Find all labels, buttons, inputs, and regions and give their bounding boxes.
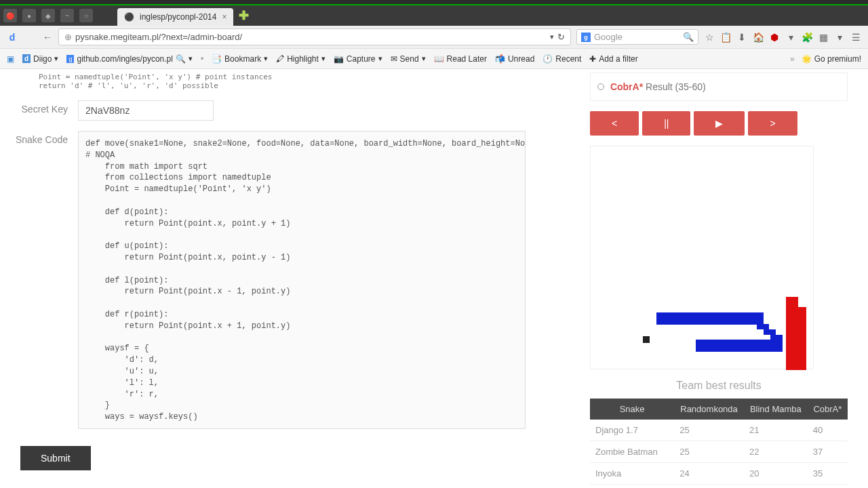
menu-icon[interactable]: ☰	[850, 32, 861, 43]
table-cell: 20	[744, 463, 808, 485]
tab-title: inglesp/pyconpl-2014	[140, 12, 216, 22]
next-button[interactable]: >	[748, 111, 797, 136]
play-button[interactable]: ▶	[694, 111, 745, 136]
premium-button[interactable]: 🌟 Go premium!	[802, 54, 861, 64]
dropdown-icon[interactable]: ▾	[550, 33, 554, 41]
game-board	[590, 146, 814, 369]
submit-button[interactable]: Submit	[20, 446, 91, 470]
download-icon[interactable]: ⬇	[736, 32, 747, 43]
table-header: Snake	[590, 399, 674, 420]
recent-button[interactable]: 🕐 Recent	[542, 54, 581, 64]
tab-close-icon[interactable]: ×	[222, 12, 226, 22]
search-icon: 🔍	[176, 54, 186, 64]
snake-code-label: Snake Code	[10, 131, 68, 145]
game-pixel	[770, 335, 783, 342]
add-filter-button[interactable]: ✚ Add a filter	[589, 54, 637, 64]
back-button[interactable]: ←	[42, 32, 53, 43]
reload-icon[interactable]: ↻	[557, 32, 565, 42]
page-content: Point = namedtuple('Point', 'x y') # poi…	[0, 69, 868, 488]
table-cell: 25	[674, 420, 744, 441]
google-icon: g	[581, 33, 591, 42]
table-cell: 31	[674, 485, 744, 489]
game-pixel	[656, 312, 764, 325]
results-title: Team best results	[590, 380, 848, 392]
new-tab-button[interactable]: ✚	[239, 8, 249, 23]
game-pixel	[757, 324, 769, 329]
send-button[interactable]: ✉ Send ▾	[391, 54, 426, 64]
os-taskbar	[0, 0, 868, 5]
secret-key-label: Secret Key	[10, 100, 68, 115]
table-row: Szatan Serduszko312332	[590, 485, 848, 489]
radio-icon[interactable]	[597, 83, 604, 90]
table-cell: Django 1.7	[590, 420, 674, 441]
game-pixel	[786, 297, 798, 308]
table-row: Django 1.7252140	[590, 420, 848, 441]
result-item[interactable]: CobrA* Result (35-60)	[597, 80, 840, 94]
extension-icon[interactable]: ▦	[818, 32, 829, 43]
dropdown-icon[interactable]: ▾	[785, 32, 796, 43]
right-panel: CobrA* Result (35-60) < || ▶ > Team best…	[583, 69, 868, 488]
game-pixel	[696, 340, 783, 352]
url-text: pysnake.megiteam.pl/?next=/admin-board/	[75, 32, 547, 42]
table-cell: 40	[808, 420, 848, 441]
table-cell: 35	[808, 463, 848, 485]
browser-tab[interactable]: ⚫ inglesp/pyconpl-2014 ×	[117, 8, 233, 26]
unread-button[interactable]: 📬 Unread	[495, 54, 534, 64]
result-card: CobrA* Result (35-60)	[590, 73, 848, 101]
taskbar-icon[interactable]: ○	[79, 9, 93, 22]
clipboard-icon[interactable]: 📋	[720, 32, 731, 43]
table-cell: Zombie Batman	[590, 441, 674, 463]
table-row: Zombie Batman252237	[590, 441, 848, 463]
pause-button[interactable]: ||	[642, 111, 690, 136]
search-placeholder: Google	[594, 32, 623, 42]
app-menu-icon[interactable]: d	[7, 32, 18, 43]
table-header: CobrA*	[808, 399, 848, 420]
code-hint: Point = namedtuple('Point', 'x y') # poi…	[39, 73, 573, 90]
table-cell: 32	[808, 485, 848, 489]
taskbar-icon[interactable]: ◆	[41, 9, 55, 22]
table-header: Randomkonda	[674, 399, 744, 420]
table-cell: Inyoka	[590, 463, 674, 485]
code-editor[interactable]: def move(snake1=None, snake2=None, food=…	[78, 131, 526, 429]
browser-tab-bar: 🔴 ● ◆ ~ ○ ⚫ inglesp/pyconpl-2014 × ✚	[0, 5, 868, 26]
results-table: SnakeRandomkondaBlind MambaCobrA* Django…	[590, 399, 848, 488]
highlight-button[interactable]: 🖍 Highlight ▾	[276, 54, 326, 64]
table-cell: 23	[744, 485, 808, 489]
left-panel: Point = namedtuple('Point', 'x y') # poi…	[0, 69, 583, 488]
playback-controls: < || ▶ >	[590, 111, 848, 136]
sidebar-toggle[interactable]: ▣	[7, 54, 14, 64]
table-cell: 21	[744, 420, 808, 441]
extension-icon[interactable]: 🧩	[802, 32, 812, 43]
url-bar: d ← ⊕ pysnake.megiteam.pl/?next=/admin-b…	[0, 26, 868, 49]
table-header: Blind Mamba	[744, 399, 808, 420]
table-cell: 25	[674, 441, 744, 463]
table-cell: 37	[808, 441, 848, 463]
game-pixel	[764, 329, 776, 335]
bookmark-star-icon[interactable]: ☆	[704, 32, 715, 43]
taskbar-icon[interactable]: 🔴	[3, 9, 17, 22]
home-icon[interactable]: 🏠	[753, 32, 764, 43]
adblock-icon[interactable]: ⬢	[769, 32, 780, 43]
taskbar-icon[interactable]: ~	[60, 9, 74, 22]
prev-button[interactable]: <	[590, 111, 639, 136]
secret-key-input[interactable]	[78, 100, 214, 121]
dropdown-icon[interactable]: ▾	[834, 32, 845, 43]
table-cell: 22	[744, 441, 808, 463]
game-pixel	[643, 336, 650, 343]
bookmark-toolbar: ▣ d Diigo ▾ g github.com/ingles/pycon.pl…	[0, 49, 868, 69]
tab-favicon: ⚫	[124, 12, 134, 22]
read-later-button[interactable]: 📖 Read Later	[434, 54, 487, 64]
table-row: Inyoka242035	[590, 463, 848, 485]
url-input[interactable]: ⊕ pysnake.megiteam.pl/?next=/admin-board…	[58, 28, 571, 45]
bookmark-button[interactable]: 📑 Bookmark ▾	[212, 54, 268, 64]
site-identity-icon: ⊕	[64, 32, 72, 42]
table-cell: Szatan Serduszko	[590, 485, 674, 489]
table-cell: 24	[674, 463, 744, 485]
capture-button[interactable]: 📷 Capture ▾	[334, 54, 382, 64]
search-icon[interactable]: 🔍	[683, 32, 694, 42]
taskbar-icon[interactable]: ●	[22, 9, 36, 22]
game-pixel	[786, 307, 806, 370]
search-input[interactable]: g Google 🔍	[576, 29, 698, 45]
diigo-button[interactable]: d Diigo ▾	[22, 54, 58, 64]
github-link[interactable]: g github.com/ingles/pycon.pl 🔍 ▾	[66, 54, 192, 64]
